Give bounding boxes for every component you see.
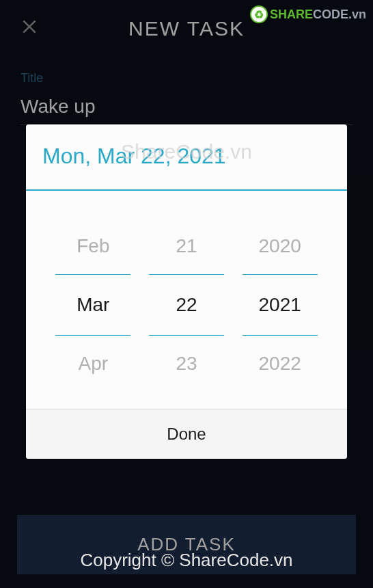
year-next[interactable]: 2022: [243, 343, 318, 385]
logo-text-code: CODE: [313, 8, 348, 22]
dialog-footer: Done: [26, 409, 347, 459]
logo-text-suffix: .vn: [348, 8, 366, 22]
selected-date-text: Mon, Mar 22, 2021: [42, 144, 331, 169]
month-next[interactable]: Apr: [55, 343, 130, 385]
day-selected[interactable]: 22: [149, 274, 224, 336]
month-prev[interactable]: Feb: [55, 225, 130, 267]
year-selected[interactable]: 2021: [243, 274, 318, 336]
year-prev[interactable]: 2020: [243, 225, 318, 267]
day-next[interactable]: 23: [149, 343, 224, 385]
done-button[interactable]: Done: [167, 425, 206, 444]
year-column[interactable]: 2020 2021 2022: [243, 225, 318, 385]
recycle-icon: ♻: [250, 5, 268, 23]
month-selected[interactable]: Mar: [55, 274, 130, 336]
logo-text-share: SHARE: [270, 8, 313, 22]
date-picker-dialog: Mon, Mar 22, 2021 Feb Mar Apr 21 22 23 2…: [26, 124, 347, 459]
dialog-header: Mon, Mar 22, 2021: [26, 124, 347, 191]
day-prev[interactable]: 21: [149, 225, 224, 267]
watermark-logo: ♻ SHARECODE.vn: [250, 5, 366, 23]
modal-overlay: Mon, Mar 22, 2021 Feb Mar Apr 21 22 23 2…: [0, 0, 373, 588]
picker-body: Feb Mar Apr 21 22 23 2020 2021 2022: [26, 191, 347, 409]
month-column[interactable]: Feb Mar Apr: [55, 225, 130, 385]
day-column[interactable]: 21 22 23: [149, 225, 224, 385]
